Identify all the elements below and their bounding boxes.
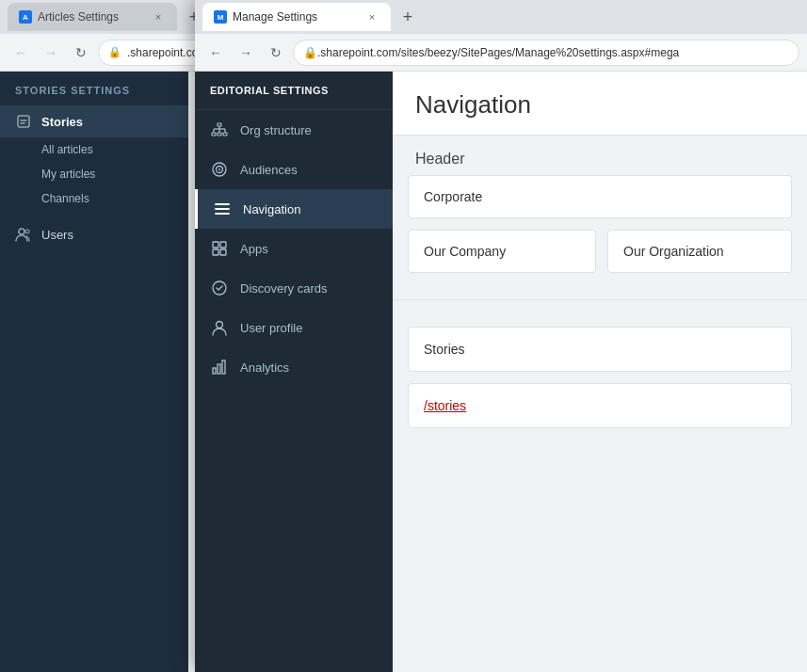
audiences-icon xyxy=(210,160,229,179)
header-section-label: Header xyxy=(393,136,807,175)
nav-card-our-company-label: Our Company xyxy=(424,244,506,259)
fg-nav-item-discovery-cards[interactable]: Discovery cards xyxy=(195,268,393,308)
org-structure-icon xyxy=(210,120,229,139)
fg-address-bar[interactable]: 🔒 .sharepoint.com/sites/beezy/SitePages/… xyxy=(293,40,799,66)
fg-nav-item-navigation[interactable]: Navigation xyxy=(195,189,393,229)
user-profile-icon xyxy=(210,318,229,337)
fg-nav-user-profile-label: User profile xyxy=(240,321,302,335)
fg-nav-item-apps[interactable]: Apps xyxy=(195,229,393,268)
svg-rect-18 xyxy=(220,242,226,248)
bg-lock-icon: 🔒 xyxy=(108,46,121,58)
fg-nav-header: EDITORIAL SETTINGS xyxy=(195,72,393,110)
stories-url-underline: /stories xyxy=(424,398,466,413)
navigation-icon xyxy=(213,200,232,218)
bg-refresh-button[interactable]: ↻ xyxy=(68,40,94,66)
foreground-window: M Manage Settings × + ← → ↻ 🔒 .sharepoin… xyxy=(195,0,807,672)
bg-sidebar-all-articles[interactable]: All articles xyxy=(0,137,188,162)
svg-rect-24 xyxy=(218,364,220,374)
fg-tab-manage-settings[interactable]: M Manage Settings × xyxy=(202,3,391,31)
svg-rect-23 xyxy=(213,368,216,374)
fg-nav-item-user-profile[interactable]: User profile xyxy=(195,308,393,347)
fg-nav-bar: ← → ↻ 🔒 .sharepoint.com/sites/beezy/Site… xyxy=(195,34,807,72)
fg-lock-icon: 🔒 xyxy=(303,46,317,59)
stories-url-card[interactable]: /stories xyxy=(408,383,792,428)
nav-card-corporate[interactable]: Corporate xyxy=(408,175,792,218)
fg-new-tab-button[interactable]: + xyxy=(395,4,421,30)
bg-sidebar-my-articles[interactable]: My articles xyxy=(0,162,188,186)
stories-label: Stories xyxy=(424,342,465,357)
stories-url-value: /stories xyxy=(424,398,466,413)
bg-sidebar-item-stories[interactable]: Stories xyxy=(0,105,188,137)
stories-card[interactable]: Stories xyxy=(408,327,792,372)
fg-refresh-button[interactable]: ↻ xyxy=(263,40,289,66)
fg-forward-button[interactable]: → xyxy=(233,40,259,66)
bg-forward-button[interactable]: → xyxy=(38,40,64,66)
svg-point-1 xyxy=(25,230,29,233)
nav-card-row-1: Corporate xyxy=(408,175,792,218)
fg-nav-item-analytics[interactable]: Analytics xyxy=(195,347,393,387)
content-header: Navigation xyxy=(393,72,807,136)
svg-point-22 xyxy=(217,322,223,328)
bg-sidebar-section-stories: Stories All articles My articles Channel… xyxy=(0,105,188,211)
nav-card-our-company[interactable]: Our Company xyxy=(408,230,596,273)
fg-url-text: .sharepoint.com/sites/beezy/SitePages/Ma… xyxy=(317,46,679,59)
section-divider xyxy=(393,299,807,300)
bg-tab-title: Articles Settings xyxy=(38,10,119,24)
bg-sidebar: STORIES SETTINGS Stories All articles My… xyxy=(0,72,188,672)
bg-sidebar-stories-label: Stories xyxy=(41,115,83,129)
fg-nav-audiences-label: Audiences xyxy=(240,163,298,177)
svg-rect-2 xyxy=(218,123,221,126)
fg-left-nav: EDITORIAL SETTINGS O xyxy=(195,72,393,672)
discovery-cards-icon xyxy=(210,279,229,297)
svg-rect-20 xyxy=(220,249,226,255)
nav-card-our-organization-label: Our Organization xyxy=(623,244,724,259)
nav-cards-area: Corporate Our Company Our Organization xyxy=(393,175,807,299)
svg-rect-19 xyxy=(213,249,218,255)
nav-card-corporate-label: Corporate xyxy=(424,189,482,204)
fg-main-content: Navigation Header Corporate Our Company … xyxy=(393,72,807,672)
page-title: Navigation xyxy=(415,90,784,120)
bg-sidebar-users-label: Users xyxy=(41,228,73,242)
users-icon xyxy=(15,226,32,243)
fg-nav-apps-label: Apps xyxy=(240,242,268,256)
apps-icon xyxy=(210,239,229,258)
fg-nav-analytics-label: Analytics xyxy=(240,360,289,375)
nav-card-our-organization[interactable]: Our Organization xyxy=(607,230,792,273)
fg-tab-close[interactable]: × xyxy=(364,9,379,24)
fg-back-button[interactable]: ← xyxy=(202,40,229,66)
nav-card-row-2: Our Company Our Organization xyxy=(408,230,792,273)
fg-tab-title: Manage Settings xyxy=(233,10,317,24)
svg-rect-17 xyxy=(213,242,218,248)
fg-nav-discovery-cards-label: Discovery cards xyxy=(240,281,327,296)
fg-tab-bar: M Manage Settings × + xyxy=(195,0,807,34)
svg-point-21 xyxy=(213,281,226,295)
fg-nav-item-org-structure[interactable]: Org structure xyxy=(195,110,393,150)
fg-app-container: EDITORIAL SETTINGS O xyxy=(195,72,807,672)
stories-icon xyxy=(15,113,32,130)
bg-back-button[interactable]: ← xyxy=(8,40,34,66)
fg-nav-item-audiences[interactable]: Audiences xyxy=(195,150,393,189)
svg-point-0 xyxy=(19,229,24,234)
bg-tab-close[interactable]: × xyxy=(151,9,166,24)
second-section: Stories /stories xyxy=(393,312,807,428)
svg-rect-3 xyxy=(212,133,216,136)
bg-sidebar-channels[interactable]: Channels xyxy=(0,186,188,211)
svg-point-13 xyxy=(218,168,220,170)
bg-tab-articles-settings[interactable]: A Articles Settings × xyxy=(8,3,177,31)
bg-sidebar-item-users[interactable]: Users xyxy=(0,218,188,250)
bg-sidebar-header: STORIES SETTINGS xyxy=(0,72,188,105)
fg-tab-favicon: M xyxy=(214,10,227,24)
fg-nav-org-structure-label: Org structure xyxy=(240,123,312,137)
svg-rect-4 xyxy=(218,133,221,136)
fg-nav-navigation-label: Navigation xyxy=(243,202,300,216)
analytics-icon xyxy=(210,358,229,376)
svg-rect-25 xyxy=(222,360,225,374)
bg-tab-favicon: A xyxy=(19,10,32,24)
svg-rect-5 xyxy=(223,133,227,136)
